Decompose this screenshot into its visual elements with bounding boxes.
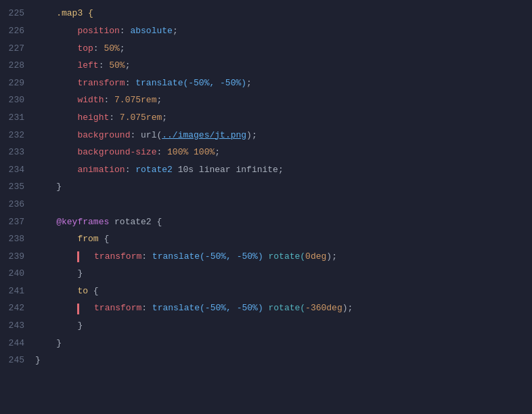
token-plain bbox=[35, 146, 77, 160]
line-number: 245 bbox=[0, 352, 35, 370]
token-value-blue: translate(-50%, -50%) bbox=[152, 250, 263, 264]
token-prop: animation bbox=[77, 163, 125, 178]
token-plain bbox=[35, 285, 77, 299]
line-number: 243 bbox=[0, 318, 35, 335]
token-prop: background-size bbox=[77, 146, 156, 160]
line-number: 242 bbox=[0, 300, 35, 318]
token-selector: .map3 { bbox=[35, 7, 93, 21]
token-value-blue: absolute bbox=[130, 24, 172, 39]
line-numbers: 2252262272282292302312322332342352362372… bbox=[0, 0, 35, 414]
line-number: 233 bbox=[0, 144, 35, 162]
token-prop: transform bbox=[83, 302, 141, 316]
code-line bbox=[35, 196, 532, 214]
token-rotate-kw: rotate( bbox=[263, 302, 305, 316]
code-line: transform: translate(-50%, -50%) rotate(… bbox=[35, 248, 532, 266]
token-prop: position bbox=[77, 24, 119, 39]
code-content[interactable]: .map3 { position: absolute; top: 50%; le… bbox=[35, 0, 532, 414]
token-plain bbox=[35, 77, 77, 91]
token-plain: : bbox=[125, 163, 136, 178]
token-plain: ; bbox=[173, 24, 178, 39]
token-plain: ; bbox=[162, 111, 167, 125]
token-plain: : bbox=[125, 77, 136, 91]
line-number: 232 bbox=[0, 127, 35, 144]
line-number: 234 bbox=[0, 161, 35, 179]
token-plain bbox=[35, 215, 56, 230]
token-plain: : bbox=[141, 250, 152, 264]
token-value-orange: 50% bbox=[109, 59, 125, 73]
token-plain bbox=[35, 129, 77, 143]
token-plain: ); bbox=[246, 129, 257, 143]
line-number: 229 bbox=[0, 75, 35, 92]
line-number: 235 bbox=[0, 179, 35, 196]
code-editor: 2252262272282292302312322332342352362372… bbox=[0, 0, 532, 414]
line-number: 226 bbox=[0, 23, 35, 41]
token-prop: transform bbox=[83, 250, 141, 264]
line-number: 240 bbox=[0, 266, 35, 283]
token-value-orange: 100% 100% bbox=[167, 146, 215, 160]
code-line: to { bbox=[35, 283, 532, 301]
code-line: } bbox=[35, 335, 532, 352]
line-number: 227 bbox=[0, 40, 35, 58]
token-plain: : bbox=[130, 129, 141, 143]
token-plain: ); bbox=[342, 302, 353, 316]
token-plain: 10s linear infinite bbox=[173, 163, 278, 178]
code-line: } bbox=[35, 318, 532, 335]
line-number: 225 bbox=[0, 5, 35, 23]
line-indicator bbox=[77, 251, 79, 262]
code-line: position: absolute; bbox=[35, 23, 532, 41]
token-plain bbox=[35, 94, 77, 108]
token-plain: } bbox=[35, 319, 83, 333]
code-line: } bbox=[35, 352, 532, 370]
token-plain: : bbox=[93, 42, 104, 56]
line-indicator bbox=[77, 304, 79, 314]
token-plain bbox=[35, 302, 77, 316]
token-plain bbox=[35, 59, 77, 73]
code-line: width: 7.075rem; bbox=[35, 92, 532, 110]
token-plain: : bbox=[99, 59, 110, 73]
token-plain: } bbox=[35, 267, 83, 281]
token-value-orange: 7.075rem bbox=[120, 111, 162, 125]
code-line: from { bbox=[35, 231, 532, 249]
token-plain: : bbox=[104, 94, 114, 108]
token-plain: } bbox=[35, 354, 41, 368]
token-plain: ; bbox=[125, 59, 131, 73]
token-plain: } bbox=[35, 180, 62, 194]
token-plain bbox=[35, 232, 77, 247]
token-keyword: @keyframes bbox=[56, 215, 109, 230]
token-plain: { bbox=[99, 232, 110, 247]
token-plain: rotate2 { bbox=[109, 215, 162, 230]
code-line: } bbox=[35, 266, 532, 283]
token-plain: url( bbox=[141, 129, 162, 143]
code-line: } bbox=[35, 179, 532, 196]
line-number: 238 bbox=[0, 231, 35, 249]
token-value-blue: translate(-50%, -50%) bbox=[135, 77, 246, 91]
token-value-orange: 50% bbox=[104, 42, 119, 56]
token-prop: transform bbox=[77, 77, 125, 91]
line-number: 228 bbox=[0, 58, 35, 75]
token-value-blue: rotate2 bbox=[135, 163, 173, 178]
token-value-orange: -360deg bbox=[305, 302, 342, 316]
token-value-orange: 7.075rem bbox=[114, 94, 156, 108]
token-value-orange: 0deg bbox=[305, 250, 326, 264]
token-prop: top bbox=[77, 42, 93, 56]
code-line: .map3 { bbox=[35, 5, 532, 23]
line-number: 241 bbox=[0, 283, 35, 301]
token-plain: ); bbox=[326, 250, 337, 264]
token-plain: : bbox=[156, 146, 167, 160]
token-prop: left bbox=[77, 59, 98, 73]
token-plain bbox=[35, 163, 77, 178]
code-line: background-size: 100% 100%; bbox=[35, 144, 532, 162]
token-from-to: to bbox=[77, 285, 88, 299]
token-plain bbox=[35, 111, 77, 125]
line-number: 239 bbox=[0, 248, 35, 266]
token-plain: : bbox=[141, 302, 152, 316]
token-plain bbox=[35, 42, 77, 56]
code-line: background: url(../images/jt.png); bbox=[35, 127, 532, 144]
token-plain: ; bbox=[156, 94, 162, 108]
line-number: 236 bbox=[0, 196, 35, 214]
token-value-link: ../images/jt.png bbox=[162, 129, 246, 143]
line-number: 237 bbox=[0, 213, 35, 231]
code-line: left: 50%; bbox=[35, 58, 532, 75]
code-line: height: 7.075rem; bbox=[35, 110, 532, 127]
code-line: @keyframes rotate2 { bbox=[35, 213, 532, 231]
